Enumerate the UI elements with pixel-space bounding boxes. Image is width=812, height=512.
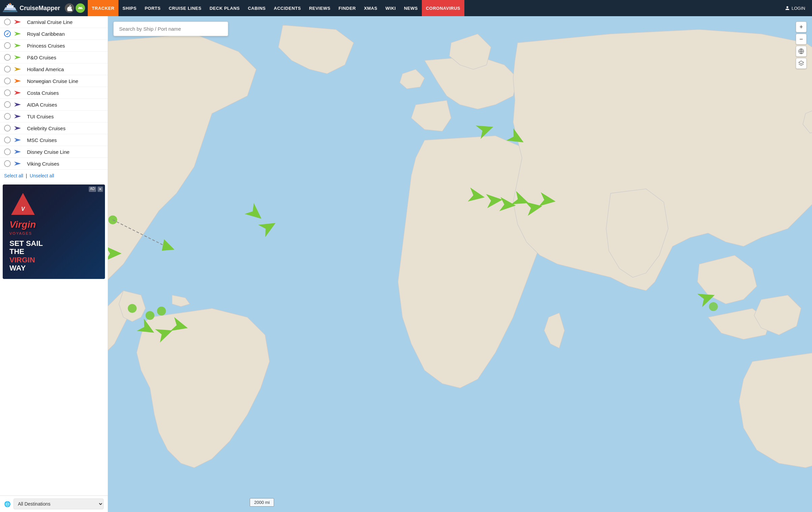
norwegian-checkbox[interactable] xyxy=(4,78,11,84)
virgin-logo-icon: V xyxy=(9,191,36,218)
cruise-line-item-msc[interactable]: MSC Cruises xyxy=(0,134,108,146)
user-icon xyxy=(785,6,790,10)
nav-accidents[interactable]: ACCIDENTS xyxy=(270,0,305,16)
ad-area: AD ✕ V Virgin VOYAGES SET SAIL THE VIRGI… xyxy=(0,182,108,282)
sidebar: Carnival Cruise Line Royal Caribbean Pri… xyxy=(0,16,108,512)
msc-checkbox[interactable] xyxy=(4,137,11,143)
cruise-line-item-royal[interactable]: Royal Caribbean xyxy=(0,28,108,40)
svg-text:V: V xyxy=(21,206,25,212)
svg-marker-4 xyxy=(14,20,21,24)
nav-ships[interactable]: SHIPS xyxy=(118,0,141,16)
cruise-line-item-disney[interactable]: Disney Cruise Line xyxy=(0,146,108,158)
nav-finder[interactable]: FINDER xyxy=(334,0,360,16)
holland-checkbox[interactable] xyxy=(4,66,11,73)
zoom-in-button[interactable]: + xyxy=(796,22,807,32)
login-area[interactable]: LOGIN xyxy=(781,0,809,16)
viking-arrow-icon xyxy=(14,160,24,167)
nav-xmas[interactable]: XMAS xyxy=(360,0,382,16)
svg-point-30 xyxy=(128,304,137,313)
globe-view-button[interactable] xyxy=(796,46,807,57)
nav-cruise-lines[interactable]: CRUISE LINES xyxy=(165,0,206,16)
holland-label: Holland America xyxy=(27,66,64,72)
disney-checkbox[interactable] xyxy=(4,148,11,155)
princess-checkbox[interactable] xyxy=(4,42,11,49)
map-controls: + − xyxy=(796,22,807,69)
nav-news[interactable]: NEWS xyxy=(400,0,422,16)
carnival-checkbox[interactable] xyxy=(4,19,11,25)
separator: | xyxy=(26,173,27,178)
aida-checkbox[interactable] xyxy=(4,101,11,108)
costa-checkbox[interactable] xyxy=(4,89,11,96)
cruise-line-item-viking[interactable]: Viking Cruises xyxy=(0,158,108,170)
layers-button[interactable] xyxy=(796,58,807,69)
svg-marker-14 xyxy=(14,138,21,142)
holland-arrow-icon xyxy=(14,66,24,73)
ship-marker-asia2[interactable] xyxy=(709,302,718,311)
svg-marker-10 xyxy=(14,91,21,95)
celebrity-checkbox[interactable] xyxy=(4,125,11,132)
ship-marker-3[interactable] xyxy=(128,304,137,313)
nav-corona[interactable]: CORONAVIRUS xyxy=(422,0,464,16)
nav-cabins[interactable]: CABINS xyxy=(244,0,270,16)
nav-deck-plans[interactable]: DECK PLANS xyxy=(206,0,244,16)
disney-arrow-icon xyxy=(14,148,24,155)
msc-arrow-icon xyxy=(14,137,24,143)
world-map[interactable] xyxy=(108,16,812,512)
zoom-out-button[interactable]: − xyxy=(796,34,807,45)
svg-point-32 xyxy=(157,307,166,315)
cruise-line-item-po[interactable]: P&O Cruises xyxy=(0,52,108,63)
celebrity-label: Celebrity Cruises xyxy=(27,125,65,131)
ad-label: AD ✕ xyxy=(89,187,103,192)
unselect-all-link[interactable]: Unselect all xyxy=(30,173,54,178)
tui-checkbox[interactable] xyxy=(4,113,11,120)
voyages-text: VOYAGES xyxy=(9,231,43,235)
po-label: P&O Cruises xyxy=(27,55,56,60)
ad-close-button[interactable]: ✕ xyxy=(98,187,103,192)
nav-ports[interactable]: PORTS xyxy=(141,0,165,16)
search-input[interactable] xyxy=(113,22,228,36)
royal-arrow-icon xyxy=(14,30,24,37)
royal-label: Royal Caribbean xyxy=(27,31,65,37)
destinations-select[interactable]: All Destinations xyxy=(13,499,104,509)
apple-icon[interactable] xyxy=(65,3,74,13)
cruise-line-item-princess[interactable]: Princess Cruises xyxy=(0,40,108,52)
cruise-line-item-carnival[interactable]: Carnival Cruise Line xyxy=(0,16,108,28)
globe-icon: 🌐 xyxy=(4,501,11,507)
viking-label: Viking Cruises xyxy=(27,161,59,167)
cruise-line-item-tui[interactable]: TUI Cruises xyxy=(0,111,108,122)
select-all-bar: Select all | Unselect all xyxy=(0,170,108,182)
cruise-line-item-norwegian[interactable]: Norwegian Cruise Line xyxy=(0,75,108,87)
logo-area: CruiseMapper xyxy=(3,3,60,13)
tui-label: TUI Cruises xyxy=(27,114,54,119)
ship-marker-4[interactable] xyxy=(145,311,154,320)
android-icon[interactable] xyxy=(76,3,85,13)
nav-reviews[interactable]: REVIEWS xyxy=(305,0,334,16)
nav-wiki[interactable]: WIKI xyxy=(381,0,400,16)
ship-marker-5[interactable] xyxy=(157,307,166,315)
costa-label: Costa Cruises xyxy=(27,90,59,96)
ad-badge: AD xyxy=(89,187,96,192)
scale-bar: 2000 mi xyxy=(250,498,274,507)
cruise-line-item-aida[interactable]: AIDA Cruises xyxy=(0,99,108,111)
cruise-line-item-holland[interactable]: Holland America xyxy=(0,63,108,75)
aida-arrow-icon xyxy=(14,101,24,108)
carnival-label: Carnival Cruise Line xyxy=(27,19,73,25)
princess-label: Princess Cruises xyxy=(27,43,65,49)
svg-marker-16 xyxy=(14,162,21,166)
svg-marker-8 xyxy=(14,67,21,71)
login-label: LOGIN xyxy=(792,6,805,11)
svg-marker-12 xyxy=(14,114,21,118)
royal-checkbox[interactable] xyxy=(4,30,11,37)
msc-label: MSC Cruises xyxy=(27,137,57,143)
cruise-line-item-costa[interactable]: Costa Cruises xyxy=(0,87,108,99)
logo-ship-icon xyxy=(3,3,18,13)
svg-rect-3 xyxy=(9,3,11,5)
cruise-line-item-celebrity[interactable]: Celebrity Cruises xyxy=(0,122,108,134)
nav-tracker[interactable]: TRACKER xyxy=(88,0,118,16)
viking-checkbox[interactable] xyxy=(4,160,11,167)
main-nav: TRACKER SHIPS PORTS CRUISE LINES DECK PL… xyxy=(88,0,809,16)
select-all-link[interactable]: Select all xyxy=(4,173,23,178)
ad-tagline: SET SAIL THE VIRGIN WAY xyxy=(9,239,43,272)
po-checkbox[interactable] xyxy=(4,54,11,61)
po-arrow-icon xyxy=(14,54,24,61)
